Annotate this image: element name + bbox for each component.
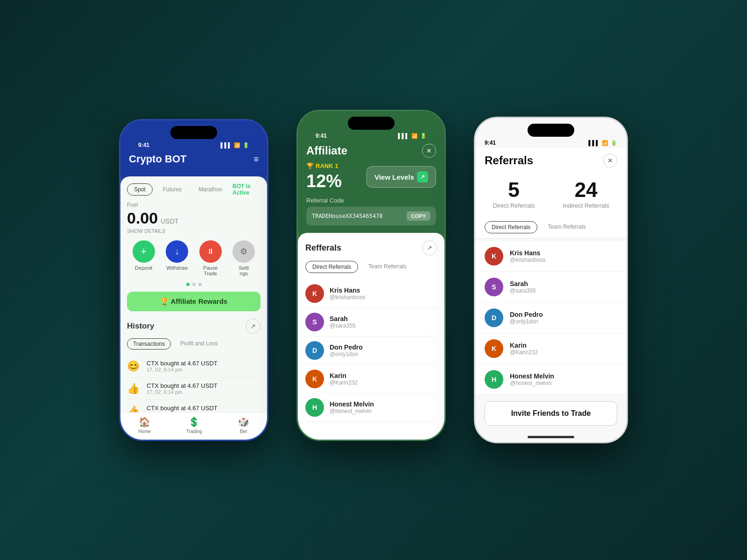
history-title: History bbox=[127, 322, 155, 331]
settings-label: Settings bbox=[239, 265, 249, 276]
balance-amount: 0.00 bbox=[127, 209, 158, 227]
tab-direct-ref[interactable]: Direct Referrals bbox=[305, 261, 358, 273]
tab-direct-referrals-p3[interactable]: Direct Referrals bbox=[485, 221, 537, 233]
status-time-3: 9:41 bbox=[485, 140, 496, 146]
ref-name-p3-3: Don Pedro bbox=[510, 311, 543, 318]
nav-trading[interactable]: 💲 Trading bbox=[186, 416, 202, 434]
avatar-p3-sarah: S bbox=[485, 278, 503, 296]
history-title-3: CTX bought at 4.67 USDT bbox=[147, 405, 261, 412]
referral-item-1: K Kris Hans @krishanboss bbox=[305, 280, 437, 308]
arrow-up-right-icon: ↗ bbox=[417, 171, 428, 182]
stats-row: 5 Direct Referrals 24 Indirect Referrals bbox=[475, 172, 627, 217]
history-date-2: 17, 02, 6:14 pm bbox=[147, 389, 261, 395]
ref-handle-p3-2: @sara355 bbox=[510, 287, 536, 294]
balance-currency: USDT bbox=[161, 217, 178, 225]
history-emoji-3: 👍 bbox=[127, 405, 142, 413]
avatar-p3-kris: K bbox=[485, 247, 503, 266]
referral-name-1: Kris Hans bbox=[330, 287, 365, 294]
tab-team-ref[interactable]: Team Referrals bbox=[362, 261, 413, 273]
invite-friends-btn[interactable]: Invite Friends to Trade bbox=[485, 401, 617, 426]
referral-row-5: H Honest Melvin @honest_melvin bbox=[475, 364, 627, 394]
referral-item-5: H Honest Melvin @honest_melvin bbox=[305, 393, 437, 422]
fuel-label: Fuel bbox=[127, 202, 261, 208]
status-icons-1: ▌▌▌ 📶 🔋 bbox=[221, 142, 249, 148]
action-buttons: + Deposit ↓ Withdraw ⏸ Paus bbox=[127, 240, 261, 276]
referrals-title: Refferals bbox=[305, 243, 341, 253]
ref-name-p3-5: Honest Melvin bbox=[510, 372, 554, 380]
history-item-1: 😊 CTX bought at 4.67 USDT 17, 02, 6:14 p… bbox=[127, 355, 261, 378]
settings-icon: ⚙ bbox=[233, 240, 255, 263]
tab-futures[interactable]: Futures bbox=[156, 184, 189, 195]
filter-pnl[interactable]: Profit and Loss bbox=[175, 338, 223, 350]
referral-row-1: K Kris Hans @krishanboss bbox=[475, 241, 627, 271]
hamburger-menu[interactable]: ≡ bbox=[254, 154, 259, 164]
tab-marathon[interactable]: Marathon bbox=[192, 184, 229, 195]
rank-percent: 12% bbox=[306, 171, 342, 191]
app-title: Crypto BOT bbox=[129, 153, 186, 165]
nav-home-label: Home bbox=[138, 429, 151, 434]
ref-code-label: Referral Code bbox=[306, 197, 436, 204]
indirect-count: 24 bbox=[563, 180, 609, 200]
bottom-nav: 🏠 Home 💲 Trading 🎲 Bet bbox=[120, 412, 267, 440]
indirect-referrals-stat: 24 Indirect Referrals bbox=[563, 180, 609, 209]
deposit-label: Deposit bbox=[135, 265, 152, 271]
referral-item-2: S Sarah @sara355 bbox=[305, 308, 437, 336]
affiliate-rewards-label: 🏆 Affiliate Rewards bbox=[160, 297, 227, 306]
nav-home[interactable]: 🏠 Home bbox=[138, 416, 151, 434]
referrals-page-title: Referrals bbox=[485, 154, 533, 167]
referrals-close-btn[interactable]: ✕ bbox=[603, 154, 617, 168]
settings-btn[interactable]: ⚙ Settings bbox=[233, 240, 255, 276]
history-emoji-1: 😊 bbox=[127, 360, 142, 372]
referrals-expand-btn[interactable]: ↗ bbox=[422, 240, 437, 255]
pause-label: PauseTrade bbox=[203, 265, 218, 276]
tab-team-referrals-p3[interactable]: Team Referrals bbox=[541, 221, 592, 233]
pause-icon: ⏸ bbox=[199, 240, 222, 263]
affiliate-rewards-btn[interactable]: 🏆 Affiliate Rewards bbox=[127, 292, 261, 311]
ref-name-p3-4: Karin bbox=[510, 342, 538, 349]
history-emoji-2: 👍 bbox=[127, 383, 142, 395]
ref-handle-p3-3: @only1don bbox=[510, 318, 543, 325]
history-date-1: 17, 02, 6:14 pm bbox=[147, 367, 261, 372]
history-title-2: CTX bought at 4.67 USDT bbox=[147, 382, 261, 389]
home-indicator-3 bbox=[528, 436, 574, 438]
referral-name-3: Don Pedro bbox=[330, 343, 363, 351]
history-expand-btn[interactable]: ↗ bbox=[246, 319, 261, 334]
filter-transactions[interactable]: Transactions bbox=[127, 338, 171, 350]
view-levels-btn[interactable]: View Levels ↗ bbox=[366, 166, 436, 188]
show-details-link[interactable]: SHOW DETAILS bbox=[127, 228, 261, 234]
deposit-btn[interactable]: + Deposit bbox=[133, 240, 155, 276]
ref-name-p3-2: Sarah bbox=[510, 280, 536, 287]
referral-handle-3: @only1don bbox=[330, 351, 363, 357]
referral-handle-2: @sara355 bbox=[330, 322, 356, 329]
rank-label: RANK 1 bbox=[316, 162, 338, 169]
ref-handle-p3-1: @krishanboss bbox=[510, 257, 545, 263]
phone-crypto-bot: 9:41 ▌▌▌ 📶 🔋 Crypto BOT ≡ Spot Futures bbox=[119, 119, 268, 441]
ref-handle-p3-5: @honest_melvin bbox=[510, 380, 554, 386]
referral-row-2: S Sarah @sara355 bbox=[475, 272, 627, 302]
pause-trade-btn[interactable]: ⏸ PauseTrade bbox=[199, 240, 222, 276]
dynamic-island-2 bbox=[348, 117, 395, 130]
referrals-filter-tabs: Direct Referrals Team Referrals bbox=[475, 217, 627, 238]
copy-code-btn[interactable]: COPY bbox=[407, 211, 430, 221]
withdraw-btn[interactable]: ↓ Withdraw bbox=[166, 240, 188, 276]
direct-count: 5 bbox=[493, 180, 535, 200]
history-item-3: 👍 CTX bought at 4.67 USDT 17, 02, 6:14 p… bbox=[127, 400, 261, 412]
avatar-don-pedro: D bbox=[305, 341, 324, 360]
status-icons-3: ▌▌▌ 📶 🔋 bbox=[589, 140, 617, 146]
status-time-1: 9:41 bbox=[138, 142, 149, 148]
view-levels-label: View Levels bbox=[374, 173, 414, 181]
referral-name-2: Sarah bbox=[330, 315, 356, 322]
nav-bet[interactable]: 🎲 Bet bbox=[238, 416, 249, 434]
referral-handle-1: @krishanboss bbox=[330, 294, 365, 301]
carousel-dots bbox=[127, 283, 261, 286]
deposit-icon: + bbox=[133, 240, 155, 263]
ref-code-value: TRADEHouseXX345465478 bbox=[312, 213, 383, 219]
direct-referrals-stat: 5 Direct Referrals bbox=[493, 180, 535, 209]
phones-container: 9:41 ▌▌▌ 📶 🔋 Crypto BOT ≡ Spot Futures bbox=[119, 117, 628, 443]
affiliate-close-btn[interactable]: ✕ bbox=[422, 144, 436, 158]
avatar-karin: K bbox=[305, 370, 324, 388]
affiliate-title: Affiliate bbox=[306, 144, 347, 157]
referral-handle-4: @Karin232 bbox=[330, 379, 358, 386]
tab-spot[interactable]: Spot bbox=[127, 183, 153, 196]
indirect-label: Indirect Referrals bbox=[563, 202, 609, 209]
